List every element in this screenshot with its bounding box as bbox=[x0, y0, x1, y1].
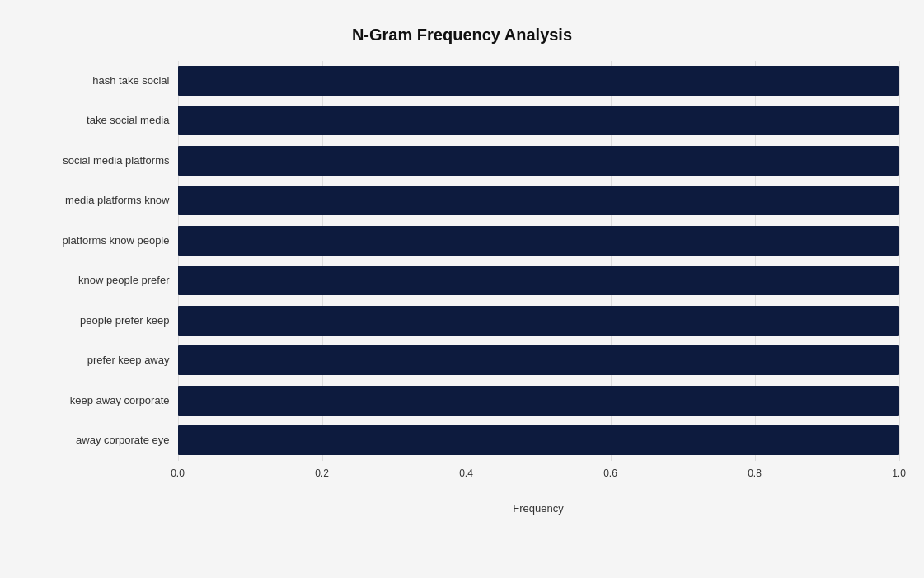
x-axis-labels: 0.00.20.40.60.81.0 bbox=[178, 468, 899, 484]
y-label: take social media bbox=[87, 114, 169, 127]
chart-container: N-Gram Frequency Analysis hash take soci… bbox=[9, 9, 916, 570]
bar-row bbox=[178, 62, 899, 100]
x-axis-title-section: Frequency bbox=[26, 487, 899, 515]
y-label: people prefer keep bbox=[80, 314, 169, 327]
bar-row bbox=[178, 101, 899, 139]
bar bbox=[178, 345, 899, 375]
bar-row bbox=[178, 421, 899, 459]
y-label: prefer keep away bbox=[87, 354, 170, 367]
y-label: platforms know people bbox=[62, 234, 169, 247]
x-tick-label: 0.4 bbox=[459, 468, 473, 479]
bars-and-grid bbox=[178, 61, 899, 461]
y-label: media platforms know bbox=[65, 194, 169, 207]
x-tick-label: 0.2 bbox=[315, 468, 329, 479]
bar bbox=[178, 186, 899, 215]
bar-row bbox=[178, 181, 899, 219]
bar-row bbox=[178, 382, 899, 420]
bars-section: hash take socialtake social mediasocial … bbox=[26, 61, 899, 461]
chart-area: hash take socialtake social mediasocial … bbox=[26, 61, 899, 515]
grid-line bbox=[899, 61, 900, 461]
bar bbox=[178, 106, 899, 135]
chart-title: N-Gram Frequency Analysis bbox=[26, 26, 899, 45]
bar bbox=[178, 66, 899, 96]
bar-row bbox=[178, 341, 899, 379]
bar bbox=[178, 306, 899, 336]
bar bbox=[178, 146, 899, 176]
x-axis-section: 0.00.20.40.60.81.0 bbox=[26, 468, 899, 484]
x-tick-label: 0.8 bbox=[748, 468, 762, 479]
bar bbox=[178, 386, 899, 416]
bar-row bbox=[178, 302, 899, 340]
x-tick-label: 1.0 bbox=[892, 468, 906, 479]
y-label: away corporate eye bbox=[76, 434, 169, 447]
bar bbox=[178, 266, 899, 295]
bar-row bbox=[178, 142, 899, 180]
bar-row bbox=[178, 261, 899, 299]
y-label: keep away corporate bbox=[70, 394, 170, 407]
x-tick-label: 0.0 bbox=[171, 468, 185, 479]
y-label: social media platforms bbox=[63, 154, 169, 167]
bar bbox=[178, 425, 899, 455]
y-label: know people prefer bbox=[78, 274, 170, 287]
x-axis-title: Frequency bbox=[178, 502, 899, 515]
bar-row bbox=[178, 222, 899, 260]
y-labels: hash take socialtake social mediasocial … bbox=[26, 61, 178, 461]
bar bbox=[178, 226, 899, 256]
y-label: hash take social bbox=[92, 74, 169, 87]
x-tick-label: 0.6 bbox=[603, 468, 617, 479]
